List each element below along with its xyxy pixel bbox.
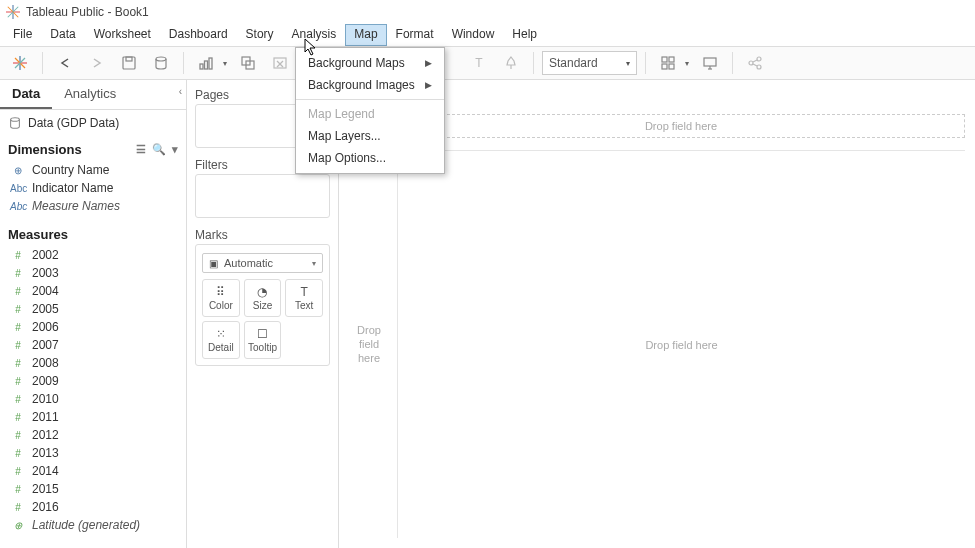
view-list-icon[interactable]: ☰	[136, 143, 146, 156]
columns-shelf-drop[interactable]: Drop field here	[397, 114, 965, 138]
auto-mark-icon: ▣	[209, 258, 218, 269]
field-2013[interactable]: #2013	[4, 444, 182, 462]
field-2011[interactable]: #2011	[4, 408, 182, 426]
field-2008[interactable]: #2008	[4, 354, 182, 372]
svg-line-30	[753, 60, 757, 62]
menu-data[interactable]: Data	[41, 24, 84, 46]
svg-point-28	[757, 57, 761, 61]
color-icon: ⠿	[216, 286, 225, 298]
field-2016[interactable]: #2016	[4, 498, 182, 516]
hash-icon: #	[10, 466, 26, 477]
field-2012[interactable]: #2012	[4, 426, 182, 444]
menu-file[interactable]: File	[4, 24, 41, 46]
color-button[interactable]: ⠿Color	[202, 279, 240, 317]
separator	[42, 52, 43, 74]
hash-icon: #	[10, 304, 26, 315]
menu-story[interactable]: Story	[237, 24, 283, 46]
save-button[interactable]	[115, 50, 143, 76]
menu-map[interactable]: Map	[345, 24, 386, 46]
hash-icon: #	[10, 340, 26, 351]
data-panel: Data Analytics ‹ Data (GDP Data) Dimensi…	[0, 80, 187, 548]
menu-dashboard[interactable]: Dashboard	[160, 24, 237, 46]
hash-icon: #	[10, 358, 26, 369]
tab-data[interactable]: Data	[0, 80, 52, 109]
chevron-down-icon[interactable]: ▾	[682, 59, 692, 68]
field-2007[interactable]: #2007	[4, 336, 182, 354]
map-dropdown-menu: Background Maps▶ Background Images▶ Map …	[295, 47, 445, 174]
size-button[interactable]: ◔Size	[244, 279, 282, 317]
menu-analysis[interactable]: Analysis	[283, 24, 346, 46]
text-button[interactable]: TText	[285, 279, 323, 317]
globe-icon: ⊕	[10, 520, 26, 531]
hash-icon: #	[10, 448, 26, 459]
menu-background-maps[interactable]: Background Maps▶	[296, 52, 444, 74]
menu-help[interactable]: Help	[503, 24, 546, 46]
menu-worksheet[interactable]: Worksheet	[85, 24, 160, 46]
share-icon[interactable]	[741, 50, 769, 76]
datasource-row[interactable]: Data (GDP Data)	[0, 110, 186, 136]
field-2014[interactable]: #2014	[4, 462, 182, 480]
field-2009[interactable]: #2009	[4, 372, 182, 390]
svg-line-31	[753, 64, 757, 66]
hash-icon: #	[10, 394, 26, 405]
menu-map-legend: Map Legend	[296, 103, 444, 125]
field-2003[interactable]: #2003	[4, 264, 182, 282]
field-2006[interactable]: #2006	[4, 318, 182, 336]
clear-button[interactable]	[266, 50, 294, 76]
show-me-button[interactable]	[654, 50, 682, 76]
fit-dropdown[interactable]: Standard ▾	[542, 51, 637, 75]
field-2002[interactable]: #2002	[4, 246, 182, 264]
field-indicator-name[interactable]: AbcIndicator Name	[4, 179, 182, 197]
svg-rect-16	[274, 58, 286, 68]
field-2010[interactable]: #2010	[4, 390, 182, 408]
chevron-down-icon[interactable]: ▾	[220, 59, 230, 68]
field-2005[interactable]: #2005	[4, 300, 182, 318]
new-data-source-button[interactable]	[147, 50, 175, 76]
chevron-down-icon[interactable]: ▾	[172, 143, 178, 156]
separator	[533, 52, 534, 74]
svg-rect-22	[662, 64, 667, 69]
svg-rect-9	[126, 57, 132, 61]
measures-header: Measures	[0, 221, 186, 246]
svg-rect-24	[704, 58, 716, 66]
presentation-mode-button[interactable]	[696, 50, 724, 76]
redo-button[interactable]	[83, 50, 111, 76]
text-icon: T	[300, 286, 307, 298]
menu-map-layers[interactable]: Map Layers...	[296, 125, 444, 147]
new-worksheet-button[interactable]	[192, 50, 220, 76]
size-icon: ◔	[257, 286, 267, 298]
detail-button[interactable]: ⁙Detail	[202, 321, 240, 359]
field-measure-names[interactable]: AbcMeasure Names	[4, 197, 182, 215]
datasource-name: Data (GDP Data)	[28, 116, 119, 130]
svg-point-32	[11, 118, 20, 122]
svg-rect-12	[205, 61, 208, 69]
search-icon[interactable]: 🔍	[152, 143, 166, 156]
mark-type-dropdown[interactable]: ▣ Automatic ▾	[202, 253, 323, 273]
tab-analytics[interactable]: Analytics	[52, 80, 128, 109]
field-latitude-generated[interactable]: ⊕Latitude (generated)	[4, 516, 182, 534]
duplicate-button[interactable]	[234, 50, 262, 76]
collapse-icon[interactable]: ‹	[175, 80, 186, 109]
field-2015[interactable]: #2015	[4, 480, 182, 498]
rows-shelf-drop[interactable]: Drop field here	[349, 150, 389, 538]
menu-window[interactable]: Window	[443, 24, 504, 46]
hash-icon: #	[10, 502, 26, 513]
fit-label: Standard	[549, 56, 598, 70]
tooltip-button[interactable]: ☐Tooltip	[244, 321, 282, 359]
svg-point-10	[156, 57, 166, 61]
chevron-down-icon: ▾	[626, 59, 630, 68]
undo-button[interactable]	[51, 50, 79, 76]
view-drop-area[interactable]: Drop field here	[397, 150, 965, 538]
separator	[732, 52, 733, 74]
menu-format[interactable]: Format	[387, 24, 443, 46]
svg-rect-23	[669, 64, 674, 69]
tableau-start-icon[interactable]	[6, 50, 34, 76]
pin-icon[interactable]	[497, 50, 525, 76]
text-label-icon[interactable]: T	[465, 50, 493, 76]
menu-background-images[interactable]: Background Images▶	[296, 74, 444, 96]
menu-map-options[interactable]: Map Options...	[296, 147, 444, 169]
hash-icon: #	[10, 268, 26, 279]
field-country-name[interactable]: ⊕Country Name	[4, 161, 182, 179]
field-2004[interactable]: #2004	[4, 282, 182, 300]
filters-shelf[interactable]	[195, 174, 330, 218]
